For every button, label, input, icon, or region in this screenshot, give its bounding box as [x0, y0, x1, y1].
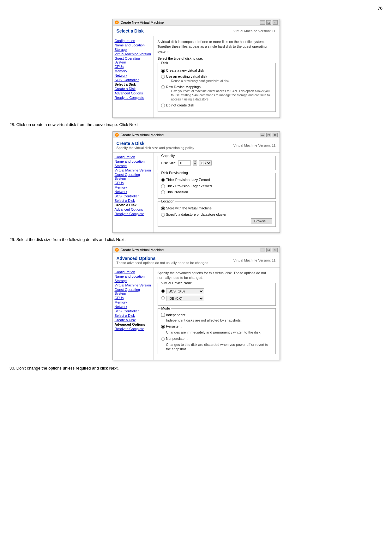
radio-no-disk-input[interactable] [161, 104, 165, 107]
scsi-select[interactable]: SCSI (0:0) [166, 288, 204, 294]
radio-existing-input[interactable] [161, 75, 165, 79]
adv-restore-btn[interactable]: □ [266, 248, 271, 252]
radio-specify-input[interactable] [161, 213, 165, 217]
cd-sidebar-memory[interactable]: Memory [115, 185, 152, 189]
radio-persistent[interactable]: Persistent [161, 324, 272, 328]
radio-create-new[interactable]: Create a new virtual disk [161, 68, 272, 73]
create-disk-restore-btn[interactable]: □ [266, 133, 271, 137]
adv-titlebar-title: V Create New Virtual Machine [115, 248, 164, 252]
cd-sidebar-select-disk[interactable]: Select a Disk [115, 199, 152, 202]
radio-thick-lazy-input[interactable] [161, 178, 165, 182]
sidebar-item-ready[interactable]: Ready to Complete [115, 96, 152, 99]
adv-sidebar-ready[interactable]: Ready to Complete [115, 327, 152, 331]
step28-text: 28. Click on create a new virtual disk f… [9, 122, 383, 127]
radio-thin[interactable]: Thin Provision [161, 190, 272, 194]
adv-minimize-btn[interactable]: — [260, 248, 265, 252]
radio-thick-lazy[interactable]: Thick Provision Lazy Zeroed [161, 178, 272, 182]
radio-specify-datastore[interactable]: Specify a datastore or datastore cluster… [161, 212, 272, 217]
capacity-group-title: Capacity [160, 154, 176, 158]
adv-sidebar-configuration[interactable]: Configuration [115, 270, 152, 274]
adv-window-subtitle: These advanced options do not usually ne… [117, 261, 209, 265]
create-disk-titlebar-controls: — □ × [260, 133, 278, 137]
independent-checkbox[interactable] [161, 313, 165, 317]
sidebar-item-network[interactable]: Network [115, 74, 152, 77]
radio-thick-eager-input[interactable] [161, 184, 165, 188]
cd-sidebar-vm-version[interactable]: Virtual Machine Version [115, 168, 152, 172]
adv-desc: Specify the advanced options for this vi… [158, 271, 276, 280]
radio-ide-input[interactable] [161, 296, 165, 300]
cd-sidebar-configuration[interactable]: Configuration [115, 155, 152, 159]
cd-sidebar-cpus[interactable]: CPUs [115, 181, 152, 185]
independent-checkbox-item[interactable]: Independent [161, 313, 272, 317]
radio-store-vm-input[interactable] [161, 207, 165, 210]
adv-sidebar-select-disk[interactable]: Select a Disk [115, 314, 152, 317]
radio-nonpersistent[interactable]: Nonpersistent [161, 336, 272, 341]
create-disk-minimize-btn[interactable]: — [260, 133, 265, 137]
radio-thick-eager[interactable]: Thick Provision Eager Zeroed [161, 184, 272, 188]
spinner-down[interactable]: ▼ [193, 163, 197, 166]
adv-sidebar-cpus[interactable]: CPUs [115, 296, 152, 300]
sidebar-item-storage[interactable]: Storage [115, 48, 152, 51]
radio-specify-label: Specify a datastore or datastore cluster… [166, 212, 227, 217]
disk-size-spinner[interactable]: ▲ ▼ [193, 160, 197, 166]
radio-no-disk[interactable]: Do not create disk [161, 103, 272, 107]
create-vm-icon: V [115, 133, 119, 137]
create-disk-close-btn[interactable]: × [273, 133, 278, 137]
cd-sidebar-advanced[interactable]: Advanced Options [115, 208, 152, 211]
disk-unit-select[interactable]: GB MB [199, 160, 212, 166]
radio-existing[interactable]: Use an existing virtual disk Reuse a pre… [161, 74, 272, 83]
radio-nonpersistent-input[interactable] [161, 337, 165, 341]
radio-create-new-input[interactable] [161, 69, 165, 73]
sidebar-item-scsi[interactable]: SCSI Controller [115, 78, 152, 82]
cd-sidebar-storage[interactable]: Storage [115, 164, 152, 168]
create-disk-subtitle: Specify the virtual disk size and provis… [117, 146, 194, 150]
adv-close-btn[interactable]: × [273, 248, 278, 252]
sidebar-item-guest-os[interactable]: Guest Operating System [115, 57, 152, 64]
independent-sublabel: Independent disks are not affected by sn… [166, 318, 272, 322]
radio-scsi-input[interactable] [161, 289, 165, 293]
cd-sidebar-scsi[interactable]: SCSI Controller [115, 194, 152, 198]
radio-raw[interactable]: Raw Device Mappings Give your virtual ma… [161, 85, 272, 101]
restore-btn[interactable]: □ [266, 20, 271, 25]
cd-sidebar-guest-os[interactable]: Guest Operating System [115, 173, 152, 180]
radio-store-with-vm[interactable]: Store with the virtual machine [161, 206, 272, 210]
ide-select[interactable]: IDE (0:0) [166, 296, 204, 301]
radio-thin-input[interactable] [161, 190, 165, 194]
sidebar-item-create-disk[interactable]: Create a Disk [115, 87, 152, 91]
adv-sidebar-create-disk[interactable]: Create a Disk [115, 318, 152, 322]
sidebar-item-advanced[interactable]: Advanced Options [115, 91, 152, 95]
step30-label: 30. Don't change the options unless requ… [9, 366, 119, 370]
cd-sidebar-name-location[interactable]: Name and Location [115, 160, 152, 163]
adv-version: Virtual Machine Version: 11 [233, 258, 276, 262]
sidebar-item-vm-version[interactable]: Virtual Machine Version [115, 52, 152, 56]
cd-sidebar-network[interactable]: Network [115, 190, 152, 194]
radio-ide[interactable]: IDE (0:0) [161, 296, 272, 301]
window-header: Select a Disk Virtual Machine Version: 1… [113, 26, 280, 36]
disk-group-title: Disk [160, 61, 169, 65]
radio-existing-sub: Reuse a previously configured virtual di… [171, 79, 230, 83]
minimize-btn[interactable]: — [260, 20, 265, 25]
mode-group: Mode Independent Independent disks are n… [158, 308, 276, 354]
adv-sidebar-memory[interactable]: Memory [115, 300, 152, 304]
adv-sidebar-storage[interactable]: Storage [115, 279, 152, 283]
adv-sidebar-name-location[interactable]: Name and Location [115, 274, 152, 278]
adv-sidebar-scsi[interactable]: SCSI Controller [115, 309, 152, 313]
adv-sidebar-vm-version[interactable]: Virtual Machine Version [115, 283, 152, 287]
adv-sidebar-guest-os[interactable]: Guest Operating System [115, 288, 152, 295]
disk-size-input[interactable] [178, 160, 191, 166]
radio-create-new-label: Create a new virtual disk [166, 68, 204, 73]
adv-sidebar-network[interactable]: Network [115, 305, 152, 309]
radio-thick-eager-label: Thick Provision Eager Zeroed [166, 184, 212, 188]
titlebar: V Create New Virtual Machine — □ × [113, 19, 280, 26]
cd-sidebar-ready[interactable]: Ready to Complete [115, 212, 152, 216]
sidebar-item-cpus[interactable]: CPUs [115, 65, 152, 69]
sidebar-item-memory[interactable]: Memory [115, 69, 152, 73]
sidebar-item-configuration[interactable]: Configuration [115, 39, 152, 43]
radio-raw-input[interactable] [161, 85, 165, 89]
radio-scsi[interactable]: SCSI (0:0) [161, 288, 272, 294]
radio-persistent-input[interactable] [161, 325, 165, 328]
close-btn[interactable]: × [273, 20, 278, 25]
sidebar-item-name-location[interactable]: Name and Location [115, 43, 152, 47]
create-disk-titlebar: V Create New Virtual Machine — □ × [113, 132, 280, 138]
browse-button[interactable]: Browse... [251, 218, 272, 224]
